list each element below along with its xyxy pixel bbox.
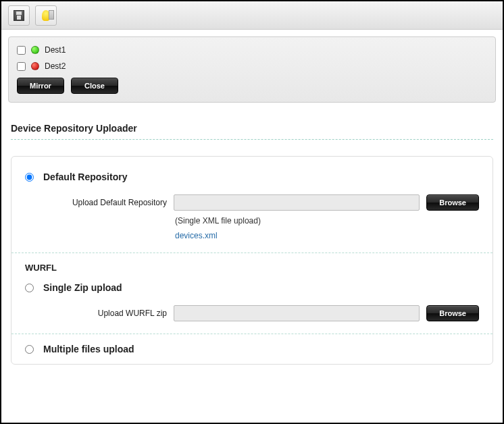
close-button[interactable]: Close	[71, 78, 118, 94]
status-indicator-red	[31, 62, 39, 70]
destination-row: Dest2	[17, 61, 487, 71]
app-window: Dest1 Dest2 Mirror Close Device Reposito…	[1, 1, 503, 423]
multi-files-radio[interactable]	[25, 345, 34, 354]
default-upload-row: Upload Default Repository Browse	[52, 194, 479, 211]
upload-hint: (Single XML file upload)	[175, 216, 479, 226]
dest-checkbox-2[interactable]	[17, 62, 26, 71]
divider	[11, 139, 493, 140]
button-row: Mirror Close	[17, 78, 487, 94]
default-upload-input[interactable]	[174, 194, 420, 211]
dest-label: Dest1	[45, 45, 66, 55]
destinations-panel: Dest1 Dest2 Mirror Close	[8, 36, 496, 103]
dest-label: Dest2	[45, 61, 66, 71]
bulb-icon	[42, 10, 50, 21]
save-icon	[14, 10, 24, 21]
upload-label: Upload Default Repository	[52, 198, 167, 207]
browse-button-wurfl[interactable]: Browse	[426, 305, 479, 321]
mirror-button[interactable]: Mirror	[17, 78, 64, 94]
destination-row: Dest1	[17, 45, 487, 55]
divider	[11, 253, 493, 253]
save-button[interactable]	[8, 5, 30, 26]
browse-button-default[interactable]: Browse	[426, 194, 479, 211]
single-zip-label: Single Zip upload	[43, 282, 122, 293]
multi-files-option: Multiple files upload	[25, 344, 479, 354]
wurfl-upload-row: Upload WURFL zip Browse	[52, 305, 479, 321]
wurfl-upload-input[interactable]	[174, 305, 420, 321]
hint-button[interactable]	[35, 5, 57, 26]
single-zip-option: Single Zip upload	[25, 282, 479, 293]
upload-label: Upload WURFL zip	[52, 309, 167, 318]
single-zip-radio[interactable]	[25, 284, 34, 292]
status-indicator-green	[31, 46, 39, 54]
uploader-card: Default Repository Upload Default Reposi…	[11, 156, 493, 365]
page-title: Device Repository Uploader	[1, 109, 503, 139]
wurfl-section-label: WURFL	[25, 263, 479, 273]
dest-checkbox-1[interactable]	[17, 46, 26, 55]
toolbar	[1, 1, 503, 30]
devices-xml-link[interactable]: devices.xml	[175, 231, 479, 240]
default-repo-label: Default Repository	[43, 171, 127, 182]
multi-files-label: Multiple files upload	[43, 344, 134, 354]
divider	[11, 334, 493, 334]
default-repo-radio[interactable]	[25, 173, 34, 182]
default-repo-option: Default Repository	[25, 171, 479, 182]
